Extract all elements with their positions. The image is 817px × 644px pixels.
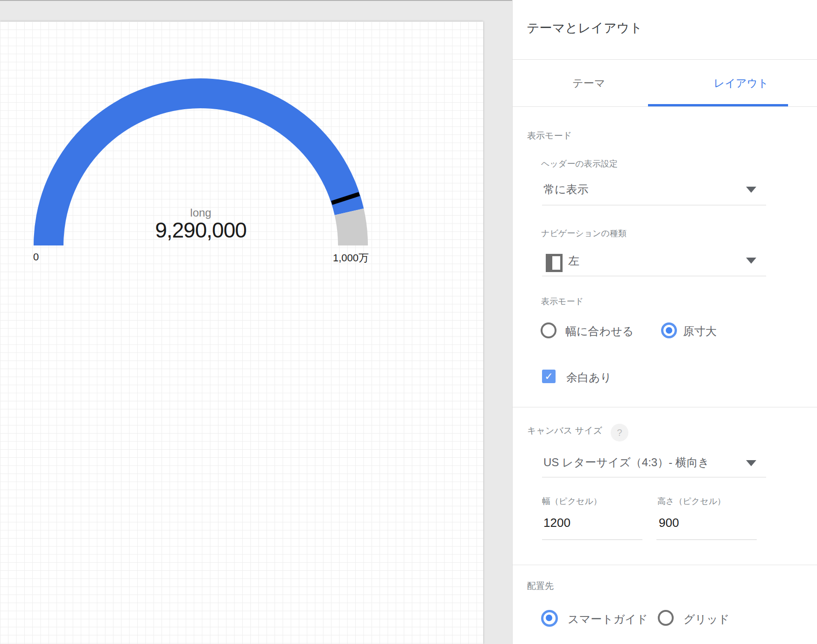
tab-layout[interactable]: レイアウト [665, 60, 817, 106]
gauge-min-label: 0 [33, 251, 39, 263]
header-display-label: ヘッダーの表示設定 [541, 158, 618, 169]
divider [513, 106, 817, 107]
panel-title: テーマとレイアウト [527, 20, 642, 36]
navigation-type-dropdown[interactable]: 左 [568, 253, 579, 268]
margin-checkbox-label: 余白あり [566, 370, 612, 385]
radio-fit-to-width[interactable] [541, 322, 556, 338]
tab-theme[interactable]: テーマ [513, 60, 665, 106]
tab-bar: テーマ レイアウト [513, 60, 817, 106]
theme-layout-panel: テーマとレイアウト テーマ レイアウト 表示モード ヘッダーの表示設定 常に表示… [512, 0, 817, 644]
height-label: 高さ（ピクセル） [657, 496, 725, 507]
radio-smart-guides[interactable] [541, 610, 558, 627]
width-input[interactable] [543, 516, 637, 530]
height-input[interactable] [659, 516, 752, 530]
dropdown-underline [542, 276, 766, 276]
left-navigation-icon [546, 254, 563, 272]
snap-section-heading: 配置先 [527, 580, 554, 592]
canvas-size-section-heading: キャンバス サイズ [527, 425, 602, 437]
header-display-dropdown[interactable]: 常に表示 [543, 182, 589, 197]
workspace-background: long 9,290,000 0 1,000万 [0, 0, 512, 644]
chevron-down-icon [746, 187, 756, 193]
gauge-value: 9,290,000 [61, 217, 341, 243]
dropdown-underline [542, 205, 766, 205]
radio-grid[interactable] [658, 610, 674, 626]
workspace-top-edge [0, 0, 512, 1]
input-underline [656, 539, 757, 540]
radio-smart-guides-label: スマートガイド [568, 612, 648, 627]
divider [513, 407, 817, 407]
dropdown-underline [542, 477, 766, 477]
chevron-down-icon [746, 460, 756, 466]
canvas-size-preset-dropdown[interactable]: US レターサイズ（4:3）- 横向き [543, 455, 709, 470]
help-icon[interactable]: ? [611, 424, 628, 441]
radio-grid-label: グリッド [683, 612, 729, 627]
navigation-type-label: ナビゲーションの種類 [541, 228, 627, 239]
input-underline [542, 539, 642, 540]
gauge-max-label: 1,000万 [333, 251, 369, 265]
radio-actual-size[interactable] [661, 322, 677, 338]
width-label: 幅（ピクセル） [542, 496, 602, 507]
view-mode-label: 表示モード [541, 296, 584, 307]
gauge-chart[interactable] [0, 21, 483, 644]
report-canvas[interactable]: long 9,290,000 0 1,000万 [0, 21, 483, 644]
radio-actual-size-label: 原寸大 [683, 324, 717, 339]
divider [513, 565, 817, 565]
radio-fit-to-width-label: 幅に合わせる [565, 324, 634, 339]
chevron-down-icon [746, 258, 756, 264]
display-mode-section-heading: 表示モード [527, 130, 572, 142]
margin-checkbox[interactable]: ✓ [542, 370, 556, 383]
